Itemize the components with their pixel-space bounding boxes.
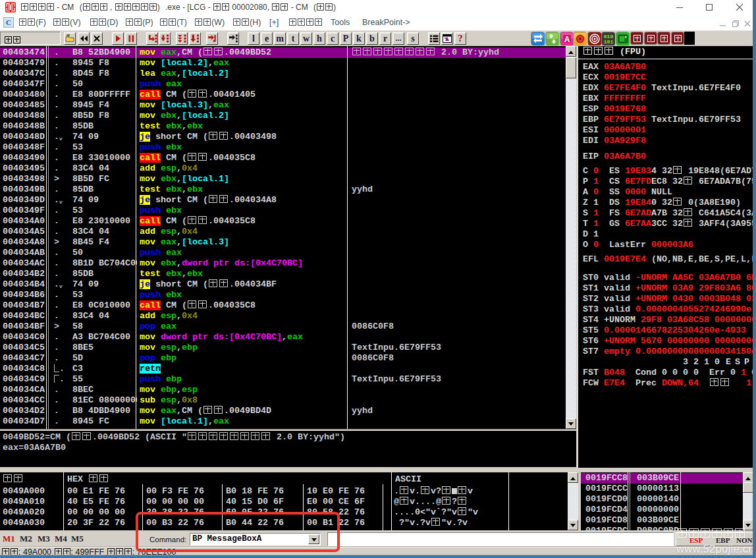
svg-text:C: C — [6, 18, 11, 26]
svg-text:101: 101 — [604, 39, 614, 45]
svg-text:A: A — [564, 35, 570, 44]
